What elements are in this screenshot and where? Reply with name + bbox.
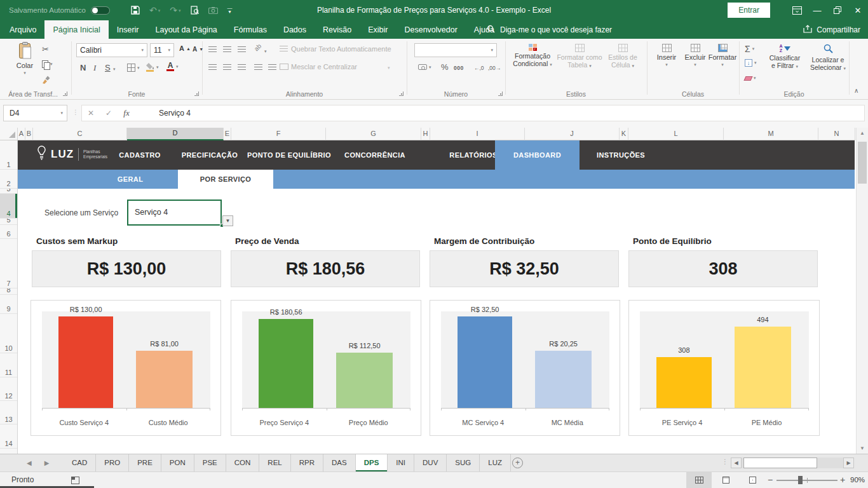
shrink-font-icon[interactable]: A▼ [193, 46, 203, 53]
vertical-scroll-thumb[interactable] [858, 142, 867, 184]
zoom-slider-thumb[interactable] [798, 476, 803, 484]
vertical-scrollbar[interactable]: ▲ ▼ [856, 128, 868, 454]
font-name-select[interactable]: Calibri▾ [76, 43, 147, 57]
sheet-tab-PRO[interactable]: PRO [96, 454, 129, 471]
grow-font-icon[interactable]: A▲ [179, 44, 191, 52]
column-header-G[interactable]: G [326, 128, 421, 140]
column-header-E[interactable]: E [224, 128, 231, 140]
zoom-slider[interactable] [776, 480, 837, 481]
subnav-tab-por-servico[interactable]: POR SERVIÇO [178, 170, 273, 189]
percent-style-icon[interactable]: % [441, 62, 449, 72]
sign-in-button[interactable]: Entrar [728, 3, 770, 18]
column-header-C[interactable]: C [33, 128, 127, 140]
underline-caret-icon[interactable]: ▾ [113, 67, 116, 72]
nav-item-DASHBOARD[interactable]: DASHBOARD [495, 140, 580, 170]
column-header-B[interactable]: B [25, 128, 33, 140]
tell-me-box[interactable]: Diga-me o que você deseja fazer [487, 20, 612, 39]
service-selector-cell[interactable]: Serviço 4 [127, 200, 222, 226]
sheet-tab-CON[interactable]: CON [226, 454, 260, 471]
conditional-formatting-button[interactable]: ≠ FormataçãoCondicional ▾ [508, 44, 557, 69]
row-header-1[interactable]: 1 [0, 140, 17, 170]
camera-icon[interactable] [208, 7, 218, 14]
increase-indent-icon[interactable] [268, 64, 276, 70]
sheet-tab-LUZ[interactable]: LUZ [480, 454, 511, 471]
bold-button[interactable]: N [80, 63, 86, 72]
name-box-caret-icon[interactable]: ▾ [60, 111, 63, 116]
ribbon-tab-Arquivo[interactable]: Arquivo [1, 20, 44, 39]
sheet-tab-DUV[interactable]: DUV [414, 454, 447, 471]
sheet-tab-PRE[interactable]: PRE [129, 454, 161, 471]
column-header-F[interactable]: F [231, 128, 326, 140]
scroll-down-icon[interactable]: ▼ [857, 443, 868, 454]
column-header-J[interactable]: J [525, 128, 620, 140]
page-break-view-button[interactable] [740, 472, 765, 488]
sheet-tab-PSE[interactable]: PSE [194, 454, 226, 471]
redo-icon[interactable]: ↷▾ [170, 6, 180, 15]
merge-center-button[interactable]: Mesclar e Centralizar [291, 63, 357, 71]
cancel-icon[interactable]: ✕ [83, 105, 99, 121]
clear-icon[interactable]: ▾ [745, 76, 756, 81]
sheet-tab-RPR[interactable]: RPR [291, 454, 323, 471]
print-preview-icon[interactable] [191, 6, 199, 15]
font-dialog-launcher-icon[interactable] [194, 92, 199, 96]
italic-button[interactable]: I [93, 63, 96, 73]
orientation-caret-icon[interactable]: ▾ [264, 49, 267, 54]
number-format-select[interactable]: ▾ [414, 43, 497, 57]
subnav-tab-geral[interactable]: GERAL [92, 170, 168, 189]
nav-item-PONTO DE EQUILÍBRIO[interactable]: PONTO DE EQUILÍBRIO [247, 140, 331, 170]
row-header-4[interactable]: 4 [0, 194, 17, 219]
undo-icon[interactable]: ↶▾ [149, 6, 160, 15]
cut-icon[interactable]: ✂ [42, 45, 49, 53]
row-header-13[interactable]: 13 [0, 401, 17, 424]
maximize-icon[interactable] [827, 0, 848, 20]
close-icon[interactable]: ✕ [848, 0, 868, 20]
scroll-left-icon[interactable]: ◀ [731, 458, 742, 468]
alignment-dialog-launcher-icon[interactable] [399, 92, 403, 96]
format-cells-button[interactable]: Formatar▾ [707, 44, 738, 67]
new-sheet-icon[interactable]: + [512, 458, 523, 468]
nav-item-CADASTRO[interactable]: CADASTRO [119, 140, 161, 170]
insert-function-icon[interactable]: fx [118, 105, 135, 121]
align-center-icon[interactable] [223, 64, 231, 70]
sheet-tab-INI[interactable]: INI [388, 454, 414, 471]
select-all-corner[interactable] [0, 128, 18, 140]
align-middle-icon[interactable] [223, 46, 231, 52]
row-header-2[interactable]: 2 [0, 170, 17, 189]
minimize-icon[interactable]: — [807, 0, 827, 20]
font-size-select[interactable]: 11▾ [150, 43, 174, 57]
row-header-10[interactable]: 10 [0, 314, 17, 353]
zoom-out-icon[interactable]: − [768, 472, 773, 488]
sort-filter-button[interactable]: AZ Classificare Filtrar ▾ [765, 44, 804, 71]
sheet-tab-DPS[interactable]: DPS [356, 454, 388, 471]
column-header-A[interactable]: A [18, 128, 25, 140]
number-dialog-launcher-icon[interactable] [498, 92, 503, 96]
nav-item-RELATÓRIOS[interactable]: RELATÓRIOS [449, 140, 497, 170]
font-color-icon[interactable]: A ▾ [166, 62, 179, 71]
comma-style-icon[interactable]: 000 [454, 65, 464, 71]
horizontal-scroll-thumb[interactable] [743, 458, 817, 468]
format-as-table-button[interactable]: Formatar comoTabela ▾ [559, 44, 600, 70]
align-bottom-icon[interactable] [238, 46, 246, 52]
macro-record-icon[interactable] [71, 477, 79, 484]
column-header-D[interactable]: D [127, 128, 224, 140]
ribbon-display-options-icon[interactable] [787, 0, 807, 20]
autosum-icon[interactable]: Σ▾ [745, 44, 754, 54]
align-left-icon[interactable] [208, 64, 217, 70]
row-header-12[interactable]: 12 [0, 377, 17, 401]
ribbon-tab-Inserir[interactable]: Inserir [109, 20, 147, 39]
ribbon-tab-Fórmulas[interactable]: Fórmulas [226, 20, 275, 39]
row-header-7[interactable]: 7 [0, 239, 17, 288]
column-header-M[interactable]: M [724, 128, 818, 140]
row-header-6[interactable]: 6 [0, 225, 17, 239]
scroll-right-icon[interactable]: ▶ [843, 458, 854, 468]
sheet-tab-REL[interactable]: REL [259, 454, 290, 471]
insert-cells-button[interactable]: Inserir▾ [653, 44, 680, 67]
sheet-nav-left-icon[interactable]: ◀ [27, 459, 32, 466]
share-button[interactable]: Compartilhar [803, 20, 860, 39]
enter-icon[interactable]: ✓ [100, 105, 117, 121]
nav-item-PRECIFICAÇÃO[interactable]: PRECIFICAÇÃO [182, 140, 238, 170]
page-layout-view-button[interactable] [713, 472, 738, 488]
tab-scroll-divider[interactable]: ⋮ [722, 458, 728, 465]
nav-item-CONCORRÊNCIA[interactable]: CONCORRÊNCIA [344, 140, 405, 170]
row-header-9[interactable]: 9 [0, 295, 17, 314]
